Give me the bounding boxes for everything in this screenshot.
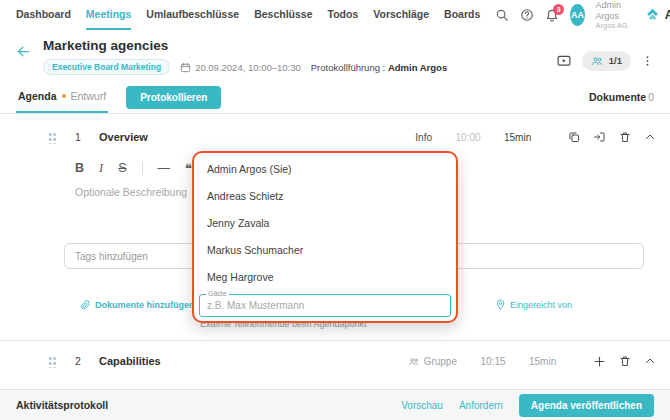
nav-beschluesse[interactable]: Beschlüsse [254,0,312,30]
documents-label: Dokumente [589,91,646,103]
horizontal-rule-icon[interactable]: — [158,162,171,175]
meeting-datetime: 20.09.2024, 10:00–10:30 [180,62,301,73]
nav-dashboard[interactable]: Dashboard [16,0,71,30]
agenda-item-start-time[interactable]: 10:15 [457,356,529,367]
submitted-by-label: Eingereicht von [510,300,572,310]
toolbar-divider [142,162,143,175]
agenda-item-type[interactable]: Info [415,132,432,143]
kebab-menu-icon[interactable] [641,54,654,68]
notification-badge: 3 [553,4,564,15]
brand-name: Apollo.ai [665,8,670,22]
calendar-icon [180,62,191,73]
activity-log-toggle[interactable]: Aktivitätsprotokoll [16,399,108,411]
agenda-item-duration[interactable]: 15min [529,356,585,367]
brand-logo[interactable]: Apollo.ai [644,7,670,23]
pin-icon [495,299,506,310]
dropdown-option[interactable]: Markus Schumacher [196,237,454,264]
dropdown-option[interactable]: Meg Hargrove [196,264,454,291]
trash-icon[interactable] [619,131,631,143]
drag-handle-icon[interactable] [48,131,57,144]
participant-dropdown: Admin Argos (Sie) Andreas Schietz Jenny … [192,151,458,323]
plus-icon[interactable] [593,355,606,368]
dropdown-option[interactable]: Jenny Zavala [196,210,454,237]
external-participant-input[interactable] [199,294,451,317]
agenda-item-type[interactable]: Gruppe [408,356,457,367]
submitted-by-link[interactable]: Eingereicht von [495,299,572,310]
nav-boards[interactable]: Boards [444,0,480,30]
documents-toggle[interactable]: Dokumente0 [589,91,654,103]
agenda-item-number: 1 [75,131,99,143]
tabs-row: Agenda Entwurf Protokollieren Dokumente0 [0,81,670,114]
back-icon[interactable] [16,44,31,75]
bell-icon[interactable]: 3 [545,8,559,22]
draft-status-dot [62,94,66,98]
nav-umlaufbeschluesse[interactable]: Umlaufbeschlüsse [146,0,239,30]
blockquote-icon[interactable]: ❝ [185,162,192,175]
attendance-pill[interactable]: 1/1 [582,51,631,71]
protocol-lead: Protokollführung : Admin Argos [311,62,447,73]
collapse-chevron-icon[interactable] [644,131,656,143]
move-to-meeting-icon[interactable] [593,131,606,143]
strikethrough-icon[interactable]: S [118,162,126,175]
tab-agenda-label: Agenda [18,90,57,102]
apollo-logo-icon [644,7,661,23]
agenda-item-type-label: Gruppe [424,356,457,367]
request-link[interactable]: Anfordern [459,400,503,411]
collapse-chevron-icon[interactable] [644,355,656,367]
nav-meetings[interactable]: Meetings [86,0,132,30]
dropdown-option[interactable]: Admin Argos (Sie) [196,156,454,183]
italic-icon[interactable]: I [99,162,103,175]
agenda-item-title[interactable]: Capabilities [99,355,161,367]
page-title: Marketing agencies [43,38,447,53]
user-org: Argos AG [596,21,629,30]
protocol-value: Admin Argos [388,62,447,73]
group-icon [408,356,420,367]
top-navigation: Dashboard Meetings Umlaufbeschlüsse Besc… [0,0,670,30]
attendees-icon [591,55,604,67]
user-name: Admin Argos [596,0,629,21]
attendance-count: 1/1 [609,55,622,66]
agenda-item-title[interactable]: Overview [99,131,148,143]
agenda-item-1-row: 1 Overview Info 10:00 15min [0,122,670,152]
copy-icon[interactable] [568,131,580,143]
agenda-item-duration[interactable]: 15min [504,132,560,143]
nav-todos[interactable]: Todos [328,0,359,30]
documents-count: 0 [648,91,654,103]
guest-input-label: Gäste [206,290,229,297]
avatar[interactable]: AA [570,4,584,26]
agenda-item-number: 2 [75,355,99,367]
nav-vorschlaege[interactable]: Vorschläge [373,0,429,30]
board-badge: Executive Board Marketing [43,59,170,75]
agenda-item-2-row: 2 Capabilities Gruppe 10:15 15min [0,346,670,376]
search-icon[interactable] [495,8,509,22]
section-divider [0,340,670,341]
help-icon[interactable] [520,8,534,22]
footer-bar: Aktivitätsprotokoll Vorschau Anfordern A… [0,389,670,420]
meeting-datetime-text: 20.09.2024, 10:00–10:30 [195,62,301,73]
preview-link[interactable]: Vorschau [401,400,443,411]
guest-input-wrap: Gäste [199,294,451,317]
user-meta: Admin Argos Argos AG [596,0,629,30]
agenda-item-start-time[interactable]: 10:00 [432,132,504,143]
paperclip-icon [80,299,91,310]
meeting-header: Marketing agencies Executive Board Marke… [0,30,670,81]
protocol-label: Protokollführung : [311,62,385,73]
tab-agenda-status: Entwurf [71,90,107,102]
drag-handle-icon[interactable] [48,355,57,368]
present-mode-icon[interactable] [556,54,572,68]
tab-agenda[interactable]: Agenda Entwurf [16,81,108,113]
trash-icon[interactable] [619,355,631,367]
publish-agenda-button[interactable]: Agenda veröffentlichen [519,394,654,417]
bold-icon[interactable]: B [75,162,84,175]
protokollieren-button[interactable]: Protokollieren [126,86,221,109]
dropdown-option[interactable]: Andreas Schietz [196,183,454,210]
